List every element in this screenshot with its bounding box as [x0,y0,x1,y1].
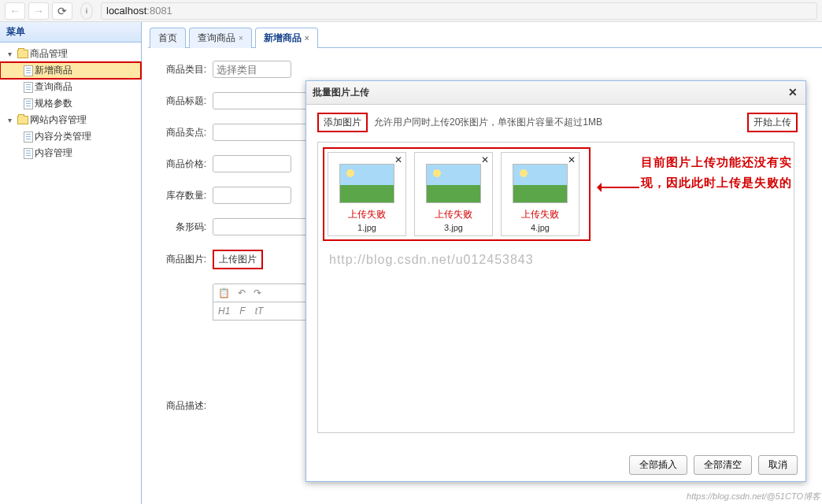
price-input[interactable] [213,155,291,172]
file-icon [24,82,33,93]
category-input[interactable] [213,61,291,78]
desc-label: 商品描述: [159,399,206,413]
info-icon[interactable]: i [80,2,93,20]
stock-label: 库存数量: [159,189,206,202]
image-label: 商品图片: [159,253,206,266]
tree-label: 规格参数 [35,97,72,110]
tab-bar: 首页 查询商品× 新增商品× [148,27,822,48]
tree-label: 内容管理 [35,146,72,160]
selling-label: 商品卖点: [159,126,206,139]
stock-input[interactable] [213,187,291,204]
file-icon [24,65,33,76]
expand-icon[interactable]: ▾ [8,116,16,124]
editor-toolbar[interactable]: 📋↶↷ [213,284,402,302]
editor-format-bar[interactable]: H1FtT [213,302,402,321]
title-label: 商品标题: [159,94,206,108]
tree-node-query-product[interactable]: 查询商品 [0,79,141,95]
selling-input[interactable] [213,124,402,141]
folder-icon [17,50,28,58]
close-icon[interactable]: × [239,34,243,43]
address-bar[interactable]: localhost:8081 [101,2,817,20]
nav-forward-button[interactable]: → [28,2,49,20]
file-icon [24,98,33,109]
product-form: 商品类目: 商品标题: 商品卖点: 商品价格: 库存数量: 条形码: 商品图片:… [148,48,822,413]
file-icon [24,148,33,159]
font-select[interactable]: F [239,306,245,317]
title-input[interactable] [213,92,402,109]
tree-node-content-cat[interactable]: 内容分类管理 [0,128,141,145]
tree-label: 内容分类管理 [35,130,91,143]
tree-label: 商品管理 [30,47,68,61]
tree-node-product-mgmt[interactable]: ▾ 商品管理 [0,46,141,62]
tab-query-product[interactable]: 查询商品× [189,28,252,48]
tree-node-content-mgmt[interactable]: 内容管理 [0,145,141,161]
expand-icon[interactable]: ▾ [8,50,16,58]
tab-add-product[interactable]: 新增商品× [255,28,318,48]
tree-node-site-content[interactable]: ▾ 网站内容管理 [0,112,141,128]
sidebar: 菜单 ▾ 商品管理 新增商品 查询商品 规格参数 ▾ 网站内容 [0,22,142,504]
close-icon[interactable]: × [305,34,309,43]
paste-icon[interactable]: 📋 [218,287,230,298]
tree-node-spec-params[interactable]: 规格参数 [0,95,141,112]
nav-reload-button[interactable]: ⟳ [52,2,72,20]
heading-select[interactable]: H1 [218,306,230,317]
tree: ▾ 商品管理 新增商品 查询商品 规格参数 ▾ 网站内容管理 [0,43,141,165]
main-area: 首页 查询商品× 新增商品× 商品类目: 商品标题: 商品卖点: 商品价格: 库… [142,22,822,504]
barcode-input[interactable] [213,218,402,235]
tree-node-add-product[interactable]: 新增商品 [0,62,141,79]
sidebar-title: 菜单 [0,22,141,43]
tab-home[interactable]: 首页 [150,28,186,48]
text-size-select[interactable]: tT [255,306,264,317]
price-label: 商品价格: [159,158,206,171]
url-port: :8081 [146,5,172,17]
tree-label: 网站内容管理 [30,113,87,127]
tree-label: 查询商品 [35,80,72,94]
file-icon [24,132,33,143]
upload-image-button[interactable]: 上传图片 [213,250,263,269]
redo-icon[interactable]: ↷ [254,287,261,298]
folder-icon [17,116,28,124]
tree-label: 新增商品 [35,64,72,77]
category-label: 商品类目: [159,63,206,76]
undo-icon[interactable]: ↶ [238,287,246,298]
browser-toolbar: ← → ⟳ i localhost:8081 [0,0,822,22]
url-host: localhost [106,5,146,17]
corner-watermark: https://blog.csdn.net/@51CTO博客 [687,491,820,502]
barcode-label: 条形码: [159,220,206,234]
nav-back-button[interactable]: ← [5,2,25,20]
